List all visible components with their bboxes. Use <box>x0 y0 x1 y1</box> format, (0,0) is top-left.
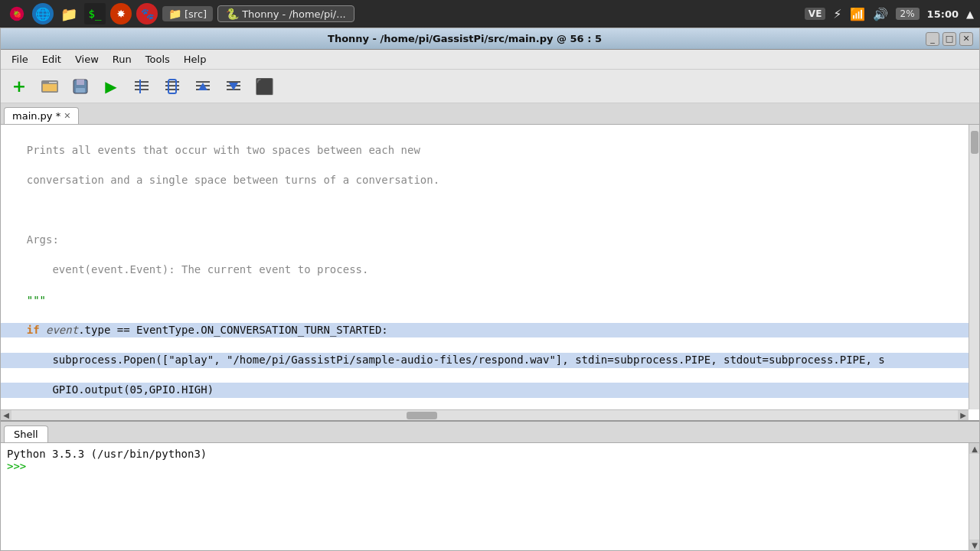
step-over-button[interactable] <box>158 73 186 100</box>
raspberry-pi-icon[interactable]: 🍓 <box>6 3 28 24</box>
debug-button[interactable] <box>128 73 155 100</box>
menubar: File Edit View Run Tools Help <box>1 50 979 70</box>
titlebar-text: Thonny - /home/pi/GassistPi/src/main.py … <box>7 33 923 44</box>
shell-panel: Shell Python 3.5.3 (/usr/bin/python3) >>… <box>1 420 979 550</box>
hscroll-left-button[interactable]: ◀ <box>1 410 11 421</box>
shell-vscroll-top[interactable]: ▲ <box>969 443 979 454</box>
editor-horizontal-scrollbar[interactable]: ◀ ▶ <box>1 409 969 420</box>
ve-icon: VE <box>805 8 825 20</box>
code-content: Prints all events that occur with two sp… <box>1 125 969 409</box>
svg-rect-8 <box>135 81 149 83</box>
stop-button[interactable]: ⬛ <box>250 73 278 100</box>
svg-rect-6 <box>77 80 84 85</box>
shell-vertical-scrollbar[interactable]: ▲ ▼ <box>969 443 979 550</box>
svg-rect-7 <box>76 88 85 93</box>
editor-hscroll-thumb[interactable] <box>407 412 437 419</box>
svg-rect-9 <box>135 85 149 86</box>
shell-content[interactable]: Python 3.5.3 (/usr/bin/python3) >>> ▲ ▼ <box>1 443 979 550</box>
svg-rect-11 <box>139 80 141 93</box>
menu-tools[interactable]: Tools <box>139 52 176 67</box>
taskbar: 🍓 🌐 📁 $_ ✸ 🐾 📁 [src] 🐍 Thonny - /home/pi… <box>0 0 980 28</box>
menu-edit[interactable]: Edit <box>36 52 67 67</box>
editor-vertical-scrollbar[interactable] <box>969 125 979 409</box>
titlebar: Thonny - /home/pi/GassistPi/src/main.py … <box>1 28 979 50</box>
menu-file[interactable]: File <box>5 52 34 67</box>
editor-area: main.py * ✕ Prints all events that occur… <box>1 103 979 420</box>
step-out-button[interactable] <box>220 73 247 100</box>
volume-icon: 🔊 <box>873 7 888 21</box>
svg-rect-4 <box>42 83 57 92</box>
step-into-button[interactable] <box>189 73 217 100</box>
menu-view[interactable]: View <box>69 52 105 67</box>
browser-icon[interactable]: 🌐 <box>32 3 54 24</box>
clock: 15:00 <box>927 8 959 20</box>
battery-indicator: 2% <box>896 8 920 20</box>
hscroll-right-button[interactable]: ▶ <box>958 410 969 421</box>
svg-rect-16 <box>196 81 210 83</box>
code-scroll-area: Prints all events that occur with two sp… <box>1 125 969 409</box>
shell-vscroll-bottom[interactable]: ▼ <box>969 540 979 550</box>
editor-tab-main[interactable]: main.py * ✕ <box>4 107 79 124</box>
svg-rect-14 <box>165 89 179 90</box>
minimize-button[interactable]: _ <box>926 32 939 46</box>
updates-icon: ▲ <box>966 8 974 20</box>
shell-tab-bar: Shell <box>1 422 979 443</box>
shell-prompt: >>> <box>7 460 26 472</box>
svg-rect-10 <box>135 89 149 90</box>
editor-vscroll-thumb[interactable] <box>971 131 978 154</box>
menu-run[interactable]: Run <box>106 52 138 67</box>
open-file-button[interactable] <box>36 73 64 100</box>
taskbar-folder[interactable]: 📁 [src] <box>162 6 213 21</box>
svg-rect-13 <box>165 85 179 86</box>
shell-tab[interactable]: Shell <box>4 425 48 442</box>
wifi-icon: 📶 <box>850 7 865 21</box>
tab-bar: main.py * ✕ <box>1 103 979 125</box>
bluetooth-icon: ⚡ <box>833 7 841 21</box>
svg-text:🍓: 🍓 <box>13 10 22 19</box>
taskbar-thonny[interactable]: 🐍 Thonny - /home/pi/... <box>217 5 354 22</box>
filemanager-icon[interactable]: 📁 <box>58 3 80 24</box>
system-tray: VE ⚡ 📶 🔊 2% 15:00 ▲ <box>805 7 974 21</box>
maximize-button[interactable]: □ <box>942 32 956 46</box>
menu-help[interactable]: Help <box>178 52 213 67</box>
close-button[interactable]: ✕ <box>959 32 973 46</box>
tab-close-button[interactable]: ✕ <box>64 111 70 121</box>
save-file-button[interactable] <box>67 73 94 100</box>
thonny-window: Thonny - /home/pi/GassistPi/src/main.py … <box>0 28 980 551</box>
code-editor[interactable]: Prints all events that occur with two sp… <box>1 125 979 420</box>
shell-text: Python 3.5.3 (/usr/bin/python3) >>> <box>1 443 979 477</box>
svg-rect-12 <box>165 81 179 83</box>
svg-rect-20 <box>227 81 240 83</box>
run-button[interactable]: ▶ <box>97 73 125 100</box>
terminal-icon[interactable]: $_ <box>84 3 106 24</box>
new-file-button[interactable]: + <box>5 73 33 100</box>
toolbar: + ▶ ⬛ <box>1 70 979 103</box>
star-icon[interactable]: ✸ <box>110 3 132 24</box>
avahi-icon[interactable]: 🐾 <box>136 3 158 24</box>
